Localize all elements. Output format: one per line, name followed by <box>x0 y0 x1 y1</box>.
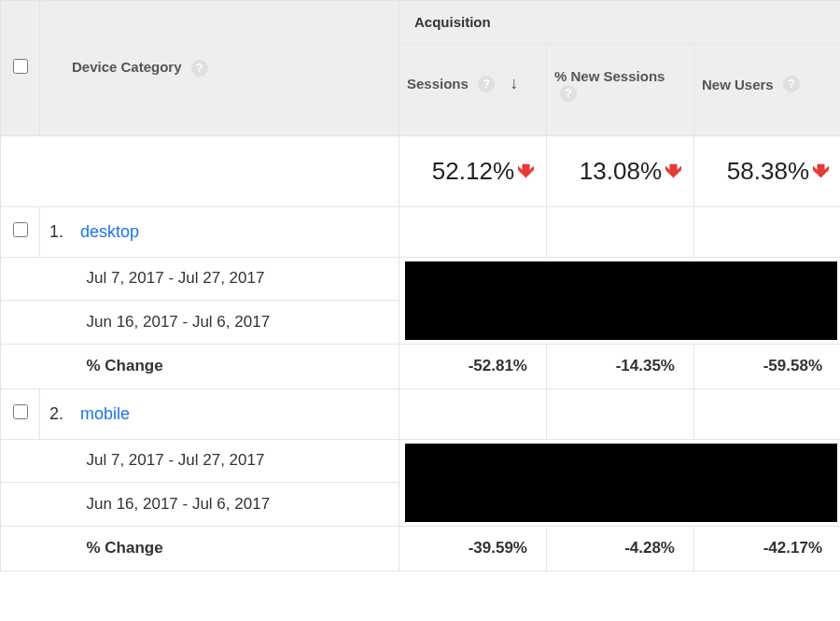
help-icon[interactable]: ? <box>783 76 800 92</box>
change-pct-new-sessions: -4.28% <box>547 526 694 571</box>
period-a-label: Jul 7, 2017 - Jul 27, 2017 <box>40 439 399 483</box>
pct-change-label: % Change <box>40 344 399 388</box>
summary-row: 52.12%🢃 13.08%🢃 58.38%🢃 <box>1 135 841 206</box>
pct-change-row: % Change -52.81% -14.35% -59.58% <box>1 344 841 388</box>
row-checkbox[interactable] <box>13 404 28 419</box>
select-all-header <box>1 1 40 136</box>
device-category-table: Device Category ? Acquisition Sessions ?… <box>0 0 840 572</box>
sort-descending-icon: ↓ <box>510 74 518 93</box>
sessions-header[interactable]: Sessions ? ↓ <box>399 44 547 136</box>
period-b-label: Jun 16, 2017 - Jul 6, 2017 <box>40 483 399 527</box>
help-icon[interactable]: ? <box>560 85 577 102</box>
pct-new-sessions-header[interactable]: % New Sessions ? <box>547 44 694 136</box>
change-pct-new-sessions: -14.35% <box>547 344 694 388</box>
table-row: 1. desktop <box>1 206 841 257</box>
row-index: 2. <box>49 404 76 424</box>
period-a-row: Jul 7, 2017 - Jul 27, 2017 <box>1 257 841 301</box>
trend-down-icon: 🢃 <box>665 162 682 181</box>
device-category-header[interactable]: Device Category ? <box>40 1 399 136</box>
period-b-label: Jun 16, 2017 - Jul 6, 2017 <box>40 301 399 345</box>
new-users-header[interactable]: New Users ? <box>694 44 841 136</box>
pct-change-label: % Change <box>40 526 399 571</box>
trend-down-icon: 🢃 <box>813 162 830 181</box>
device-link-mobile[interactable]: mobile <box>80 404 130 423</box>
trend-down-icon: 🢃 <box>518 162 535 181</box>
summary-new-users: 58.38%🢃 <box>694 135 841 206</box>
period-a-row: Jul 7, 2017 - Jul 27, 2017 <box>1 439 841 483</box>
redacted-data-block <box>405 261 837 340</box>
change-new-users: -42.17% <box>694 526 841 571</box>
period-a-label: Jul 7, 2017 - Jul 27, 2017 <box>40 257 399 301</box>
change-sessions: -39.59% <box>399 526 547 571</box>
row-index: 1. <box>49 222 76 242</box>
acquisition-group-header: Acquisition <box>399 1 841 44</box>
pct-change-row: % Change -39.59% -4.28% -42.17% <box>1 526 841 571</box>
device-link-desktop[interactable]: desktop <box>80 222 139 241</box>
change-sessions: -52.81% <box>399 344 547 388</box>
summary-sessions: 52.12%🢃 <box>399 135 547 206</box>
table-row: 2. mobile <box>1 388 841 439</box>
help-icon[interactable]: ? <box>478 76 495 92</box>
redacted-data-block <box>405 444 837 522</box>
help-icon[interactable]: ? <box>191 60 208 77</box>
row-checkbox[interactable] <box>13 222 28 237</box>
summary-pct-new-sessions: 13.08%🢃 <box>547 135 694 206</box>
device-category-label: Device Category <box>72 59 182 75</box>
change-new-users: -59.58% <box>694 344 841 388</box>
select-all-checkbox[interactable] <box>13 59 28 74</box>
